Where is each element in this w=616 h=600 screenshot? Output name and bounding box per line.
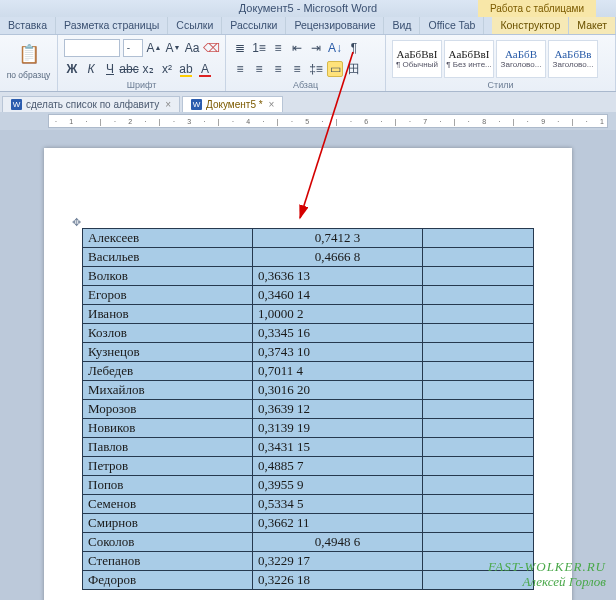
table-row[interactable]: Кузнецов0,3743 10 xyxy=(83,343,534,362)
tab-table-layout[interactable]: Макет xyxy=(569,17,616,34)
cell-name[interactable]: Васильев xyxy=(83,248,253,267)
cell-name[interactable]: Кузнецов xyxy=(83,343,253,362)
cell-empty[interactable] xyxy=(423,324,534,343)
shrink-font-icon[interactable]: A▼ xyxy=(165,40,181,56)
multilevel-button[interactable]: ≡ xyxy=(270,40,286,56)
table-row[interactable]: Иванов1,0000 2 xyxy=(83,305,534,324)
cell-value[interactable]: 0,3139 19 xyxy=(253,419,423,438)
tab-insert[interactable]: Вставка xyxy=(0,17,56,34)
cell-name[interactable]: Козлов xyxy=(83,324,253,343)
cell-empty[interactable] xyxy=(423,362,534,381)
cell-name[interactable]: Алексеев xyxy=(83,229,253,248)
cell-name[interactable]: Волков xyxy=(83,267,253,286)
cell-empty[interactable] xyxy=(423,438,534,457)
tab-references[interactable]: Ссылки xyxy=(168,17,222,34)
cell-name[interactable]: Новиков xyxy=(83,419,253,438)
show-marks-button[interactable]: ¶ xyxy=(346,40,362,56)
cell-value[interactable]: 0,3636 13 xyxy=(253,267,423,286)
cell-empty[interactable] xyxy=(423,457,534,476)
table-row[interactable]: Павлов0,3431 15 xyxy=(83,438,534,457)
cell-empty[interactable] xyxy=(423,514,534,533)
cell-value[interactable]: 0,5334 5 xyxy=(253,495,423,514)
cell-value[interactable]: 0,4948 6 xyxy=(253,533,423,552)
table-row[interactable]: Новиков0,3139 19 xyxy=(83,419,534,438)
close-icon[interactable]: × xyxy=(165,99,171,110)
numbering-button[interactable]: 1≡ xyxy=(251,40,267,56)
tab-page-layout[interactable]: Разметка страницы xyxy=(56,17,168,34)
clear-format-icon[interactable]: ⌫ xyxy=(203,40,219,56)
line-spacing-button[interactable]: ‡≡ xyxy=(308,61,324,77)
cell-value[interactable]: 0,3955 9 xyxy=(253,476,423,495)
table-row[interactable]: Соколов0,4948 6 xyxy=(83,533,534,552)
cell-empty[interactable] xyxy=(423,267,534,286)
data-table[interactable]: Алексеев0,7412 3Васильев0,4666 8Волков0,… xyxy=(82,228,534,590)
strikethrough-button[interactable]: abc xyxy=(121,61,137,77)
font-name-combo[interactable] xyxy=(64,39,120,57)
cell-empty[interactable] xyxy=(423,248,534,267)
tab-review[interactable]: Рецензирование xyxy=(286,17,384,34)
table-row[interactable]: Семенов0,5334 5 xyxy=(83,495,534,514)
tab-table-design[interactable]: Конструктор xyxy=(492,17,569,34)
cell-name[interactable]: Иванов xyxy=(83,305,253,324)
font-size-combo[interactable]: - xyxy=(123,39,143,57)
shading-button[interactable]: ▭ xyxy=(327,61,343,77)
cell-value[interactable]: 0,3229 17 xyxy=(253,552,423,571)
cell-name[interactable]: Егоров xyxy=(83,286,253,305)
cell-empty[interactable] xyxy=(423,305,534,324)
bullets-button[interactable]: ≣ xyxy=(232,40,248,56)
cell-value[interactable]: 0,3662 11 xyxy=(253,514,423,533)
cell-name[interactable]: Петров xyxy=(83,457,253,476)
tab-mailings[interactable]: Рассылки xyxy=(222,17,286,34)
table-row[interactable]: Попов0,3955 9 xyxy=(83,476,534,495)
cell-value[interactable]: 0,3639 12 xyxy=(253,400,423,419)
cell-empty[interactable] xyxy=(423,533,534,552)
tab-view[interactable]: Вид xyxy=(384,17,420,34)
horizontal-ruler[interactable]: · 1 · | · 2 · | · 3 · | · 4 · | · 5 · | … xyxy=(48,114,608,128)
bold-button[interactable]: Ж xyxy=(64,61,80,77)
table-row[interactable]: Михайлов0,3016 20 xyxy=(83,381,534,400)
cell-value[interactable]: 1,0000 2 xyxy=(253,305,423,324)
cell-name[interactable]: Михайлов xyxy=(83,381,253,400)
table-move-handle-icon[interactable]: ✥ xyxy=(72,216,81,229)
cell-value[interactable]: 0,3431 15 xyxy=(253,438,423,457)
underline-button[interactable]: Ч xyxy=(102,61,118,77)
cell-name[interactable]: Семенов xyxy=(83,495,253,514)
cell-name[interactable]: Степанов xyxy=(83,552,253,571)
grow-font-icon[interactable]: A▲ xyxy=(146,40,162,56)
cell-name[interactable]: Федоров xyxy=(83,571,253,590)
cell-empty[interactable] xyxy=(423,476,534,495)
font-color-button[interactable]: A xyxy=(197,61,213,77)
cell-empty[interactable] xyxy=(423,286,534,305)
cell-value[interactable]: 0,4666 8 xyxy=(253,248,423,267)
align-right-button[interactable]: ≡ xyxy=(270,61,286,77)
table-row[interactable]: Смирнов0,3662 11 xyxy=(83,514,534,533)
cell-name[interactable]: Смирнов xyxy=(83,514,253,533)
italic-button[interactable]: К xyxy=(83,61,99,77)
cell-empty[interactable] xyxy=(423,343,534,362)
subscript-button[interactable]: x₂ xyxy=(140,61,156,77)
decrease-indent-button[interactable]: ⇤ xyxy=(289,40,305,56)
table-row[interactable]: Степанов0,3229 17 xyxy=(83,552,534,571)
cell-name[interactable]: Морозов xyxy=(83,400,253,419)
highlight-color-button[interactable]: ab xyxy=(178,61,194,77)
cell-value[interactable]: 0,3226 18 xyxy=(253,571,423,590)
doc-tab-1[interactable]: W сделать список по алфавиту × xyxy=(2,96,180,112)
align-center-button[interactable]: ≡ xyxy=(251,61,267,77)
increase-indent-button[interactable]: ⇥ xyxy=(308,40,324,56)
cell-value[interactable]: 0,4885 7 xyxy=(253,457,423,476)
cell-empty[interactable] xyxy=(423,229,534,248)
cell-value[interactable]: 0,7011 4 xyxy=(253,362,423,381)
style-normal[interactable]: АаБбВвІ ¶ Обычный xyxy=(392,40,442,78)
style-heading1[interactable]: АаБбВ Заголово... xyxy=(496,40,546,78)
cell-value[interactable]: 0,3460 14 xyxy=(253,286,423,305)
cell-value[interactable]: 0,7412 3 xyxy=(253,229,423,248)
justify-button[interactable]: ≡ xyxy=(289,61,305,77)
tab-officetab[interactable]: Office Tab xyxy=(420,17,484,34)
sort-button[interactable]: А↓ xyxy=(327,40,343,56)
table-row[interactable]: Волков0,3636 13 xyxy=(83,267,534,286)
table-row[interactable]: Петров0,4885 7 xyxy=(83,457,534,476)
borders-button[interactable]: 田 xyxy=(346,61,362,77)
cell-value[interactable]: 0,3743 10 xyxy=(253,343,423,362)
superscript-button[interactable]: x² xyxy=(159,61,175,77)
cell-name[interactable]: Лебедев xyxy=(83,362,253,381)
